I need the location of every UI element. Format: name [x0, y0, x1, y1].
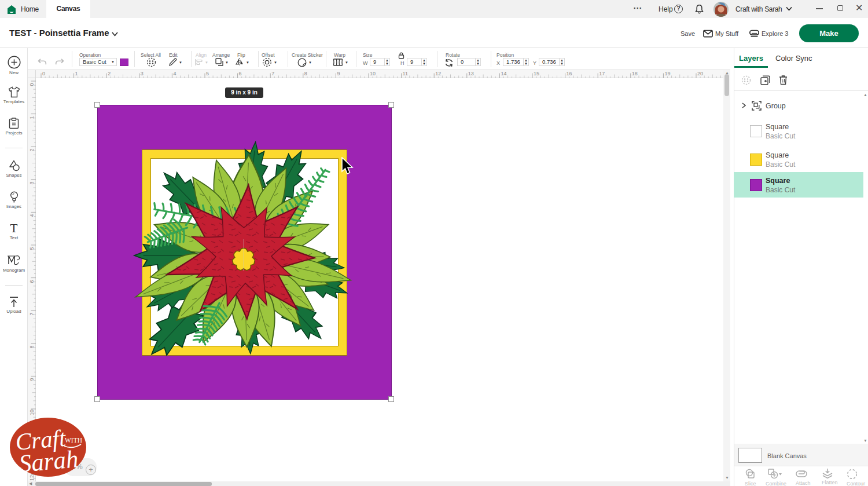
svg-text:Sarah: Sarah: [18, 445, 79, 477]
svg-text:WITH: WITH: [65, 437, 82, 444]
